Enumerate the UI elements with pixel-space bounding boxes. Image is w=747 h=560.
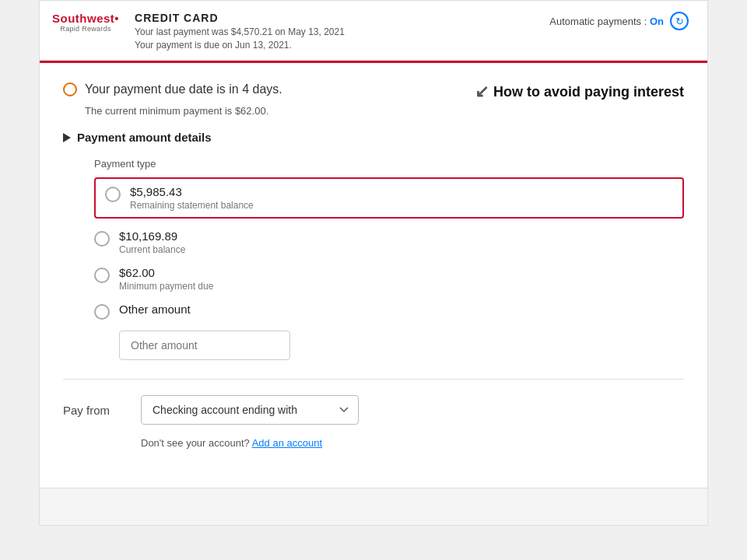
payment-due-row: Your payment due date is in 4 days. ↙ Ho… bbox=[63, 82, 684, 102]
pay-from-label: Pay from bbox=[63, 404, 125, 417]
rapid-rewards-label: Rapid Rewards bbox=[60, 25, 110, 33]
credit-card-payment-panel: Southwest• Rapid Rewards CREDIT CARD You… bbox=[39, 0, 708, 526]
payment-type-label: Payment type bbox=[94, 158, 684, 170]
radio-other-amount[interactable] bbox=[94, 304, 110, 320]
dont-see-label: Don't see your account? bbox=[141, 437, 250, 449]
auto-payments-status: On bbox=[650, 16, 664, 27]
other-amount-input-wrapper bbox=[119, 331, 684, 360]
remaining-statement-label: Remaining statement balance bbox=[130, 200, 254, 211]
current-balance-label: Current balance bbox=[119, 244, 185, 255]
minimum-payment-label: Minimum payment due bbox=[119, 281, 213, 292]
payment-type-section: Payment type $5,985.43 Remaining stateme… bbox=[94, 158, 684, 360]
card-header: Southwest• Rapid Rewards CREDIT CARD You… bbox=[40, 1, 707, 61]
section-divider bbox=[63, 379, 684, 380]
card-type-title: CREDIT CARD bbox=[135, 12, 345, 24]
dont-see-account-text: Don't see your account? Add an account bbox=[141, 437, 684, 449]
logo-star: • bbox=[114, 12, 119, 25]
add-account-link[interactable]: Add an account bbox=[252, 437, 322, 449]
other-amount-label: Other amount bbox=[119, 303, 191, 316]
refresh-icon[interactable]: ↻ bbox=[670, 12, 689, 30]
payment-due-text: Your payment due date is in 4 days. bbox=[85, 82, 282, 96]
header-left: Southwest• Rapid Rewards CREDIT CARD You… bbox=[52, 12, 345, 51]
avoid-interest-label: How to avoid paying interest bbox=[493, 84, 684, 100]
arrow-icon: ↙ bbox=[475, 82, 489, 102]
payment-option-remaining-statement[interactable]: $5,985.43 Remaining statement balance bbox=[94, 177, 684, 219]
remaining-statement-content: $5,985.43 Remaining statement balance bbox=[130, 185, 254, 211]
radio-remaining-statement[interactable] bbox=[105, 187, 121, 202]
logo-area: Southwest• Rapid Rewards bbox=[52, 12, 119, 33]
auto-payments-label: Automatic payments : On bbox=[549, 16, 664, 27]
remaining-statement-amount: $5,985.43 bbox=[130, 185, 254, 198]
header-info: CREDIT CARD Your last payment was $4,570… bbox=[135, 12, 345, 51]
payment-option-current-balance[interactable]: $10,169.89 Current balance bbox=[94, 229, 684, 255]
due-circle-icon bbox=[63, 82, 77, 96]
last-payment-text: Your last payment was $4,570.21 on May 1… bbox=[135, 26, 345, 37]
current-balance-amount: $10,169.89 bbox=[119, 229, 185, 243]
avoid-interest-link[interactable]: ↙ How to avoid paying interest bbox=[475, 82, 684, 102]
minimum-payment-amount: $62.00 bbox=[119, 266, 213, 279]
payment-option-minimum-payment[interactable]: $62.00 Minimum payment due bbox=[94, 266, 684, 292]
radio-minimum-payment[interactable] bbox=[94, 268, 110, 283]
other-amount-content: Other amount bbox=[119, 303, 191, 316]
payment-details-toggle[interactable]: Payment amount details bbox=[63, 131, 684, 144]
bottom-bar bbox=[40, 488, 707, 525]
minimum-payment-content: $62.00 Minimum payment due bbox=[119, 266, 213, 292]
payment-details-label: Payment amount details bbox=[77, 131, 212, 144]
min-payment-note: The current minimum payment is $62.00. bbox=[85, 105, 684, 117]
main-content: Your payment due date is in 4 days. ↙ Ho… bbox=[40, 63, 707, 472]
due-date-text: Your payment is due on Jun 13, 2021. bbox=[135, 40, 345, 51]
radio-current-balance[interactable] bbox=[94, 231, 110, 247]
pay-from-select[interactable]: Checking account ending with bbox=[141, 395, 359, 425]
pay-from-section: Pay from Checking account ending with bbox=[63, 395, 684, 425]
header-right: Automatic payments : On ↻ bbox=[549, 12, 689, 30]
current-balance-content: $10,169.89 Current balance bbox=[119, 229, 185, 255]
payment-option-other-amount[interactable]: Other amount bbox=[94, 303, 684, 320]
southwest-logo: Southwest• bbox=[52, 12, 119, 25]
other-amount-input[interactable] bbox=[119, 331, 290, 360]
payment-due-left: Your payment due date is in 4 days. bbox=[63, 82, 282, 96]
toggle-triangle-icon bbox=[63, 133, 71, 142]
